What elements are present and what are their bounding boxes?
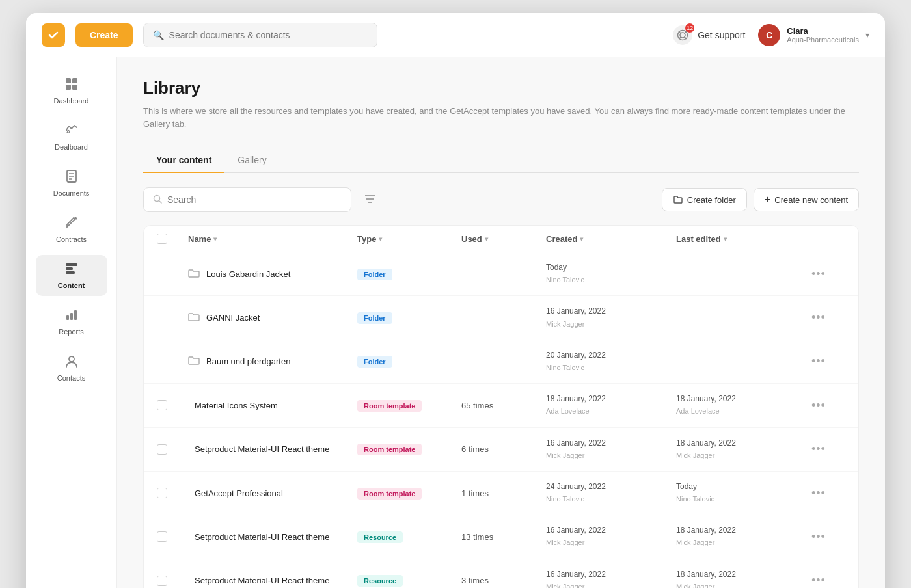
row-actions: ••• [806,265,845,284]
row-more-button[interactable]: ••• [806,571,831,588]
global-search-input[interactable] [169,30,368,40]
row-type: Resource [357,574,461,587]
sidebar-item-documents[interactable]: Documents [36,163,107,204]
tab-gallery[interactable]: Gallery [224,148,279,173]
row-lastedited [676,312,806,324]
row-select[interactable] [157,531,188,542]
contracts-icon [64,215,79,233]
sidebar: Dashboard » Dealboard [26,57,117,588]
row-more-button[interactable]: ••• [806,308,831,327]
th-name[interactable]: Name ▾ [188,234,357,244]
table-row: Setproduct Material-UI React theme Room … [144,428,858,472]
type-badge: Folder [357,356,392,368]
sidebar-item-content[interactable]: Content [36,255,107,296]
search-icon: 🔍 [153,30,164,40]
tabs: Your content Gallery [143,148,859,173]
row-actions: ••• [806,352,845,371]
type-badge: Resource [357,531,403,543]
table-row: GetAccept Professional Room template 1 t… [144,472,858,515]
create-button[interactable]: Create [75,23,133,47]
row-created: 16 January, 2022Mick Jagger [546,437,676,462]
content-table: Name ▾ Type ▾ Used ▾ Created ▾ [143,225,859,588]
row-checkbox[interactable] [157,576,167,586]
row-select[interactable] [157,576,188,586]
notification-badge: 12 [685,23,694,33]
row-actions: ••• [806,571,845,588]
th-used[interactable]: Used ▾ [461,234,546,244]
th-created[interactable]: Created ▾ [546,234,676,244]
row-created: 16 January, 2022Mick Jagger [546,305,676,330]
folder-icon [188,268,200,280]
dealboard-icon: » [64,123,79,140]
row-more-button[interactable]: ••• [806,265,831,284]
support-button[interactable]: 12 Get support [673,25,745,45]
row-more-button[interactable]: ••• [806,396,831,415]
reports-icon [64,308,79,325]
user-company: Aqua-Pharmaceuticals [787,36,859,44]
row-created: 18 January, 2022Ada Lovelace [546,393,676,418]
row-name: Setproduct Material-UI React theme [188,576,357,585]
toolbar-search-input[interactable] [167,194,342,205]
sidebar-item-dashboard[interactable]: Dashboard [36,70,107,111]
global-search[interactable]: 🔍 [143,23,377,47]
row-name: GetAccept Professional [188,488,357,498]
row-checkbox[interactable] [157,488,167,498]
create-folder-label: Create folder [687,195,736,205]
sidebar-item-contacts[interactable]: Contacts [36,347,107,388]
plus-icon: + [765,194,770,206]
row-used: 3 times [461,576,546,585]
row-lastedited: 18 January, 2022Ada Lovelace [676,393,806,418]
tab-your-content[interactable]: Your content [143,148,224,173]
svg-rect-18 [66,315,69,320]
sort-icon: ▾ [379,235,382,243]
row-select[interactable] [157,400,188,410]
create-folder-button[interactable]: Create folder [662,188,747,211]
row-used: 65 times [461,401,546,410]
sidebar-item-label: Documents [53,189,90,197]
row-actions: ••• [806,440,845,459]
row-type: Room template [357,443,461,455]
row-select[interactable] [157,444,188,455]
type-badge: Room template [357,400,422,412]
sidebar-item-dealboard[interactable]: » Dealboard [36,116,107,157]
sidebar-item-label: Dealboard [55,143,88,151]
row-type: Folder [357,312,461,324]
row-created: TodayNino Talovic [546,261,676,286]
row-more-button[interactable]: ••• [806,484,831,503]
toolbar-search[interactable] [143,187,351,212]
topbar-right: 12 Get support C Clara Aqua-Pharmaceutic… [673,24,869,46]
row-created: 16 January, 2022Mick Jagger [546,568,676,588]
table-row: Setproduct Material-UI React theme Resou… [144,515,858,559]
sort-icon: ▾ [580,235,583,243]
select-all-checkbox[interactable] [157,234,167,244]
svg-rect-19 [70,313,73,320]
row-lastedited: TodayNino Talovic [676,481,806,505]
folder-icon [188,312,200,324]
row-created: 20 January, 2022Nino Talovic [546,349,676,374]
row-more-button[interactable]: ••• [806,528,831,546]
row-actions: ••• [806,528,845,546]
row-checkbox[interactable] [157,400,167,410]
th-lastedited[interactable]: Last edited ▾ [676,234,806,244]
row-used: 6 times [461,444,546,454]
svg-point-21 [69,356,74,362]
app-window: Create 🔍 12 Get support [26,13,885,588]
chevron-down-icon: ▾ [865,31,869,40]
row-select[interactable] [157,488,188,498]
type-badge: Folder [357,269,392,280]
row-checkbox[interactable] [157,531,167,542]
th-type[interactable]: Type ▾ [357,234,461,244]
row-more-button[interactable]: ••• [806,352,831,371]
user-menu[interactable]: C Clara Aqua-Pharmaceuticals ▾ [758,24,869,46]
row-name: Setproduct Material-UI React theme [188,444,357,454]
filter-button[interactable] [359,191,381,209]
svg-rect-6 [66,78,71,83]
support-label: Get support [698,30,745,40]
create-new-content-button[interactable]: + Create new content [754,188,859,211]
row-more-button[interactable]: ••• [806,440,831,459]
type-badge: Folder [357,312,392,324]
row-created: 24 January, 2022Nino Talovic [546,481,676,505]
sidebar-item-reports[interactable]: Reports [36,301,107,342]
sidebar-item-contracts[interactable]: Contracts [36,209,107,250]
row-checkbox[interactable] [157,444,167,455]
